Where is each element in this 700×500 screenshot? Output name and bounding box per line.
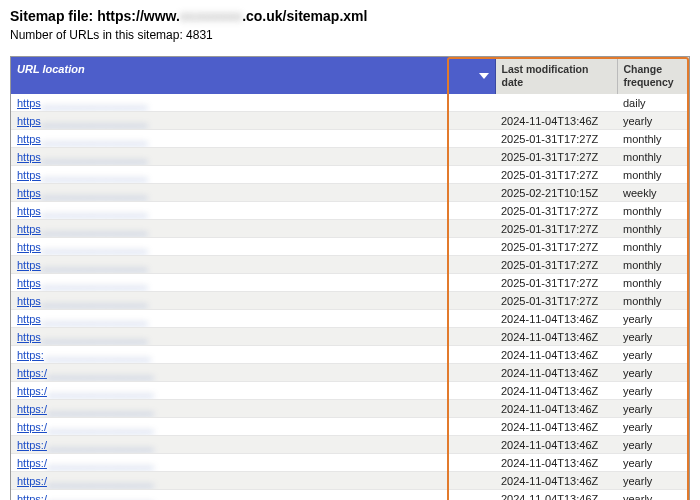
url-link[interactable]: https:/.................................…	[17, 439, 154, 451]
subtitle-prefix: Number of URLs in this sitemap:	[10, 28, 186, 42]
changefreq-cell: monthly	[617, 148, 689, 166]
table-row: https...................................…	[11, 292, 690, 310]
changefreq-cell: yearly	[617, 364, 689, 382]
url-link[interactable]: https:/.................................…	[17, 385, 154, 397]
col-url-label: URL location	[17, 63, 85, 75]
url-link[interactable]: https:..................................…	[17, 349, 151, 361]
url-link[interactable]: https...................................	[17, 241, 148, 253]
url-link[interactable]: https...................................	[17, 277, 148, 289]
lastmod-cell: 2025-01-31T17:27Z	[495, 148, 617, 166]
lastmod-cell: 2024-11-04T13:46Z	[495, 328, 617, 346]
col-changefreq[interactable]: Change frequency	[617, 57, 689, 94]
url-cell: https...................................	[11, 112, 495, 130]
priority-cell: 0.5	[689, 112, 690, 130]
lastmod-cell: 2024-11-04T13:46Z	[495, 400, 617, 418]
priority-cell: 0.5	[689, 418, 690, 436]
table-row: https:/.................................…	[11, 364, 690, 382]
lastmod-cell: 2024-11-04T13:46Z	[495, 490, 617, 500]
lastmod-cell: 2025-01-31T17:27Z	[495, 220, 617, 238]
table-row: https...................................…	[11, 94, 690, 112]
col-url[interactable]: URL location	[11, 57, 495, 94]
priority-cell: 0.5	[689, 238, 690, 256]
changefreq-cell: yearly	[617, 436, 689, 454]
url-cell: https:/.................................…	[11, 418, 495, 436]
table-row: https...................................…	[11, 184, 690, 202]
url-cell: https:/.................................…	[11, 490, 495, 500]
changefreq-cell: monthly	[617, 220, 689, 238]
url-link[interactable]: https...................................	[17, 187, 148, 199]
url-link[interactable]: https...................................	[17, 115, 148, 127]
lastmod-cell: 2024-11-04T13:46Z	[495, 364, 617, 382]
priority-cell: 0.5	[689, 364, 690, 382]
priority-cell: 0.5	[689, 472, 690, 490]
changefreq-cell: yearly	[617, 310, 689, 328]
url-link[interactable]: https...................................	[17, 295, 148, 307]
url-link[interactable]: https...................................	[17, 97, 148, 109]
priority-cell: 1.0	[689, 94, 690, 112]
url-link[interactable]: https:/.................................…	[17, 493, 154, 500]
lastmod-cell: 2024-11-04T13:46Z	[495, 310, 617, 328]
url-link[interactable]: https:/.................................…	[17, 421, 154, 433]
url-link[interactable]: https...................................	[17, 205, 148, 217]
url-link[interactable]: https...................................	[17, 259, 148, 271]
url-cell: https...................................	[11, 274, 495, 292]
lastmod-cell: 2025-01-31T17:27Z	[495, 274, 617, 292]
lastmod-cell: 2025-01-31T17:27Z	[495, 256, 617, 274]
changefreq-cell: yearly	[617, 418, 689, 436]
table-row: https...................................…	[11, 310, 690, 328]
priority-cell: 0.5	[689, 454, 690, 472]
url-cell: https...................................	[11, 166, 495, 184]
url-link[interactable]: https...................................	[17, 169, 148, 181]
priority-cell: 0.5	[689, 346, 690, 364]
url-link[interactable]: https:/.................................…	[17, 403, 154, 415]
url-link[interactable]: https...................................	[17, 133, 148, 145]
col-changefreq-label: Change frequency	[624, 63, 674, 88]
lastmod-cell: 2025-01-31T17:27Z	[495, 292, 617, 310]
changefreq-cell: weekly	[617, 184, 689, 202]
url-link[interactable]: https...................................	[17, 151, 148, 163]
changefreq-cell: daily	[617, 94, 689, 112]
url-cell: https:/.................................…	[11, 454, 495, 472]
col-priority[interactable]: Priority	[689, 57, 690, 94]
table-row: https...................................…	[11, 328, 690, 346]
url-cell: https:/.................................…	[11, 400, 495, 418]
table-row: https:/.................................…	[11, 400, 690, 418]
priority-cell: 0.5	[689, 184, 690, 202]
priority-cell: 0.5	[689, 166, 690, 184]
url-cell: https...................................	[11, 292, 495, 310]
lastmod-cell: 2024-11-04T13:46Z	[495, 346, 617, 364]
changefreq-cell: yearly	[617, 490, 689, 500]
url-link[interactable]: https:/.................................…	[17, 367, 154, 379]
url-cell: https...................................	[11, 220, 495, 238]
table-row: https...................................…	[11, 130, 690, 148]
url-link[interactable]: https...................................	[17, 331, 148, 343]
title-suffix: .co.uk/sitemap.xml	[242, 8, 367, 24]
sitemap-table-wrap: URL location Last modification date Chan…	[10, 56, 690, 500]
url-cell: https:/.................................…	[11, 364, 495, 382]
priority-cell: 0.5	[689, 328, 690, 346]
lastmod-cell: 2024-11-04T13:46Z	[495, 112, 617, 130]
sort-desc-icon	[479, 73, 489, 79]
priority-cell: 0.5	[689, 382, 690, 400]
url-link[interactable]: https...................................	[17, 223, 148, 235]
lastmod-cell: 2024-11-04T13:46Z	[495, 382, 617, 400]
url-cell: https:..................................…	[11, 346, 495, 364]
table-row: https...................................…	[11, 238, 690, 256]
priority-cell: 0.5	[689, 130, 690, 148]
table-row: https:/.................................…	[11, 454, 690, 472]
url-link[interactable]: https...................................	[17, 313, 148, 325]
url-count-line: Number of URLs in this sitemap: 4831	[10, 28, 690, 42]
changefreq-cell: yearly	[617, 472, 689, 490]
url-cell: https...................................	[11, 310, 495, 328]
col-lastmod[interactable]: Last modification date	[495, 57, 617, 94]
table-row: https:/.................................…	[11, 436, 690, 454]
url-link[interactable]: https:/.................................…	[17, 475, 154, 487]
url-cell: https...................................	[11, 184, 495, 202]
url-cell: https:/.................................…	[11, 436, 495, 454]
url-count-value: 4831	[186, 28, 213, 42]
changefreq-cell: monthly	[617, 292, 689, 310]
lastmod-cell: 2025-01-31T17:27Z	[495, 130, 617, 148]
changefreq-cell: monthly	[617, 166, 689, 184]
url-link[interactable]: https:/.................................…	[17, 457, 154, 469]
priority-cell: 0.5	[689, 436, 690, 454]
